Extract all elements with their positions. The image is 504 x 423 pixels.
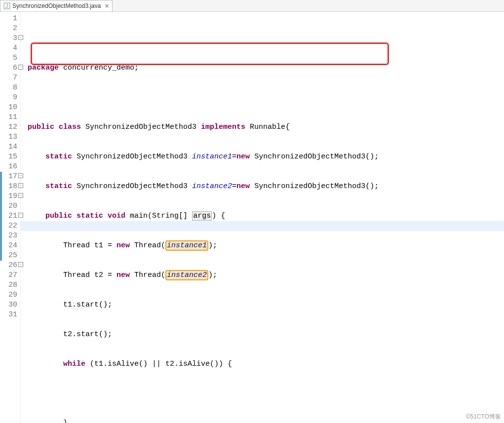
editor-tab[interactable]: J SynchronizedObjectMethod3.java ✕ — [0, 0, 113, 11]
java-file-icon: J — [3, 2, 10, 9]
red-highlight-box — [31, 42, 389, 65]
line-gutter: 123−456−7891011121314151617−18−19−2021−2… — [0, 12, 21, 423]
current-line-highlight — [21, 221, 504, 231]
code-area[interactable]: package concurrency_demo; public class S… — [21, 12, 504, 423]
code-editor[interactable]: 123−456−7891011121314151617−18−19−2021−2… — [0, 12, 504, 423]
editor-tab-bar: J SynchronizedObjectMethod3.java ✕ — [0, 0, 504, 12]
svg-text:J: J — [5, 3, 8, 9]
close-icon[interactable]: ✕ — [105, 3, 109, 9]
tab-filename: SynchronizedObjectMethod3.java — [12, 2, 101, 9]
watermark: ©51CTO博客 — [466, 413, 501, 421]
